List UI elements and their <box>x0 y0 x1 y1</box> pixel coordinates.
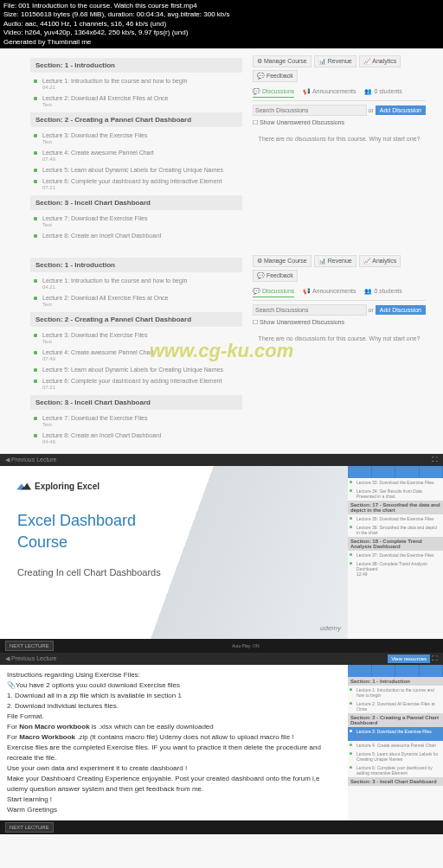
player-topbar: ◀ Previous Lecture ⛶ <box>0 454 443 466</box>
sidebar-section: Section: 18 - Complete Trend Analysis Da… <box>348 537 443 551</box>
next-lecture-button[interactable]: NEXT LECTURE <box>5 641 54 651</box>
fullscreen-icon[interactable]: ⛶ <box>432 456 438 463</box>
lecture-item[interactable]: Lecture 6: Complete your dashboard by ad… <box>30 375 242 393</box>
lecture-item[interactable]: Lecture 5: Learn about Dynamic Labels fo… <box>30 364 242 375</box>
show-unanswered-checkbox[interactable]: ☐ Show Unanswered Discussions <box>253 319 426 326</box>
analytics-button[interactable]: 📈 Analytics <box>359 255 401 267</box>
add-discussion-button[interactable]: Add Discussion <box>376 105 426 115</box>
sidebar-tabs[interactable] <box>348 665 443 677</box>
lecture-item[interactable]: Lecture 7: Download the Exercise FilesTe… <box>30 213 242 230</box>
revenue-button[interactable]: 📊 Revenue <box>314 255 356 267</box>
feedback-button[interactable]: 💬 Feedback <box>253 70 298 82</box>
sidebar-lecture[interactable]: Lecture 5: Learn about Dynamic Labels fo… <box>348 750 443 763</box>
section-header: Section: 3 - Incell Chart Dashboard <box>30 395 242 410</box>
fullscreen-icon[interactable]: ⛶ <box>432 655 438 661</box>
prev-lecture-button[interactable]: ◀ Previous Lecture <box>5 456 56 463</box>
lecture-item[interactable]: Lecture 1: Introduction to the course an… <box>30 75 242 93</box>
sidebar-section: Section: 3 - Incell Chart Dashboard <box>348 777 443 786</box>
slide-subtitle: Creating In cell Chart Dashboards <box>17 567 331 578</box>
lecture-item[interactable]: Lecture 2: Download All Exercise Files a… <box>30 292 242 310</box>
lecture-item[interactable]: Lecture 3: Download the Exercise FilesTe… <box>30 329 242 347</box>
search-input[interactable] <box>253 105 367 116</box>
panel-2: www.cg-ku.com Section: 1 - Introduction … <box>0 248 443 454</box>
lecture-item[interactable]: Lecture 3: Download the Exercise FilesTe… <box>30 130 242 147</box>
file-header: File: 001 Introduction to the course. Wa… <box>0 0 443 48</box>
udemy-logo: udemy <box>320 624 341 632</box>
logo-icon <box>17 482 31 490</box>
add-discussion-button[interactable]: Add Discussion <box>376 305 426 315</box>
lecture-item[interactable]: Lecture 6: Complete your dashboard by ad… <box>30 176 242 193</box>
sidebar-lecture[interactable]: Lecture 36: Smoothed the data and depict… <box>348 523 443 537</box>
player-topbar-2: ◀ Previous Lecture View resources ⛶ <box>0 653 443 665</box>
sidebar-lecture[interactable]: Lecture 6: Complete your dashboard by ad… <box>348 763 443 777</box>
tab-students[interactable]: 👥 0 students <box>364 288 401 297</box>
sidebar-lecture[interactable]: Lecture 4: Create awesome Pannel Chart <box>348 741 443 750</box>
sidebar-lecture[interactable]: Lecture 1: Introduction to the course an… <box>348 686 443 699</box>
manage-course-button[interactable]: ⚙ Manage Course <box>253 255 311 267</box>
slide-title-2: Course <box>17 533 331 552</box>
next-lecture-button[interactable]: NEXT LECTURE <box>5 822 54 833</box>
logo: Exploring Excel <box>17 482 331 491</box>
sidebar-section: Section: 2 - Creating a Pannel Chart Das… <box>348 713 443 727</box>
no-discussions-text: There are no discussions for this course… <box>253 329 426 348</box>
tab-discussions[interactable]: 💬 Discussions <box>253 288 294 297</box>
player-controls: NEXT LECTURE Auto Play: ON <box>0 639 443 653</box>
tab-announcements[interactable]: 📢 Announcements <box>303 288 356 297</box>
slide-title-1: Excel Dashboard <box>17 512 331 530</box>
player-controls-2: NEXT LECTURE <box>0 820 443 834</box>
search-input[interactable] <box>253 304 367 316</box>
section-header: Section: 1 - Introduction <box>30 258 242 272</box>
analytics-button[interactable]: 📈 Analytics <box>359 55 401 67</box>
sidebar-lecture[interactable]: Lecture 38: Complete Trend Analysis Dash… <box>348 559 443 578</box>
slide-content: Exploring Excel Excel Dashboard Course C… <box>0 466 348 639</box>
sidebar-lecture[interactable]: Lecture 35: Download the Exercise Files <box>348 514 443 523</box>
lecture-item[interactable]: Lecture 2: Download All Exercise Files a… <box>30 93 242 110</box>
lecture-sidebar: Lecture 33: Download the Exercise Files … <box>348 466 443 639</box>
tab-announcements[interactable]: 📢 Announcements <box>303 88 356 98</box>
show-unanswered-checkbox[interactable]: ☐ Show Unanswered Discussions <box>253 119 426 126</box>
lecture-item[interactable]: Lecture 4: Create awesome Pannel Chart07… <box>30 347 242 364</box>
sidebar-lecture[interactable]: Lecture 37: Download the Exercise Files <box>348 551 443 559</box>
sidebar-section: Section: 1 - Introduction <box>348 677 443 686</box>
panel-1: Section: 1 - Introduction Lecture 1: Int… <box>0 48 443 248</box>
sidebar-tabs[interactable] <box>348 466 443 478</box>
sidebar-section: Section: 17 - Smoothed the data and depi… <box>348 501 443 514</box>
lecture-item[interactable]: Lecture 5: Learn about Dynamic Labels fo… <box>30 164 242 176</box>
sidebar-lecture-active[interactable]: Lecture 3: Download the Exercise FilesTe… <box>348 727 443 741</box>
tab-discussions[interactable]: 💬 Discussions <box>253 88 294 98</box>
lecture-item[interactable]: Lecture 8: Create an Incell Chart Dashbo… <box>30 230 242 241</box>
lecture-item[interactable]: Lecture 7: Download the Exercise FilesTe… <box>30 412 242 430</box>
sidebar-lecture[interactable]: Lecture 33: Download the Exercise Files <box>348 478 443 487</box>
view-resources-button[interactable]: View resources <box>388 654 430 663</box>
tab-students[interactable]: 👥 0 students <box>364 88 401 98</box>
autoplay-text: Auto Play: ON <box>232 643 260 648</box>
manage-course-button[interactable]: ⚙ Manage Course <box>253 55 311 67</box>
feedback-button[interactable]: 💬 Feedback <box>253 270 298 282</box>
section-header: Section: 1 - Introduction <box>30 58 242 73</box>
revenue-button[interactable]: 📊 Revenue <box>314 55 356 67</box>
lecture-item[interactable]: Lecture 8: Create an Incell Chart Dashbo… <box>30 430 242 447</box>
section-header: Section: 3 - Incell Chart Dashboard <box>30 195 242 210</box>
instructions-text: Instructions regarding Using Exercise Fi… <box>0 665 348 820</box>
prev-lecture-button[interactable]: ◀ Previous Lecture <box>5 655 56 662</box>
sidebar-lecture[interactable]: Lecture 34: Get Results from Data Presen… <box>348 487 443 501</box>
sidebar-lecture[interactable]: Lecture 2: Download All Exercise Files a… <box>348 699 443 713</box>
lecture-item[interactable]: Lecture 1: Introduction to the course an… <box>30 275 242 292</box>
no-discussions-text: There are no discussions for this course… <box>253 129 426 149</box>
section-header: Section: 2 - Creating a Pannel Chart Das… <box>30 112 242 127</box>
lecture-sidebar-2: Section: 1 - Introduction Lecture 1: Int… <box>348 665 443 820</box>
section-header: Section: 2 - Creating a Pannel Chart Das… <box>30 312 242 327</box>
video-area: Exploring Excel Excel Dashboard Course C… <box>0 466 443 639</box>
lecture-item[interactable]: Lecture 4: Create awesome Pannel Chart07… <box>30 147 242 164</box>
